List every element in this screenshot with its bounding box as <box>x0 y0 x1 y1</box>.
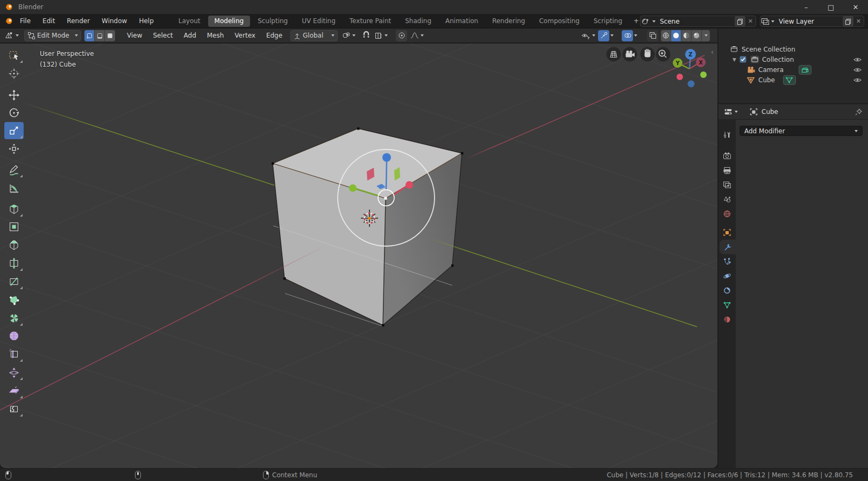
gizmo-x-handle[interactable] <box>405 181 413 189</box>
visibility-dropdown[interactable] <box>581 32 595 40</box>
tool-move[interactable] <box>4 87 24 104</box>
menu-window[interactable]: Window <box>96 14 133 28</box>
tool-spin[interactable] <box>4 310 24 327</box>
menu-view[interactable]: View <box>122 28 147 43</box>
wireframe-shading-button[interactable] <box>661 30 671 41</box>
outliner-item-collection[interactable]: ▼ Collection <box>732 54 867 64</box>
material-shading-button[interactable] <box>681 30 692 41</box>
outliner-item-scene-collection[interactable]: Scene Collection <box>730 44 865 54</box>
tool-smooth[interactable] <box>4 327 24 344</box>
tool-bevel[interactable] <box>4 236 24 254</box>
menu-edit[interactable]: Edit <box>37 14 61 28</box>
tab-output[interactable] <box>718 163 736 177</box>
outliner-item-camera[interactable]: Camera <box>746 64 865 75</box>
face-select-button[interactable] <box>105 30 115 41</box>
tab-layout[interactable]: Layout <box>172 16 207 27</box>
tab-constraints[interactable] <box>718 283 736 298</box>
pivot-point-dropdown[interactable] <box>342 31 355 40</box>
app-menu-icon[interactable] <box>4 17 14 25</box>
menu-select[interactable]: Select <box>147 28 178 43</box>
properties-editor-selector[interactable] <box>724 108 738 116</box>
remove-view-layer-button[interactable]: ✕ <box>853 18 864 25</box>
gizmo-z-handle[interactable] <box>382 153 391 162</box>
scene-selector[interactable]: Scene ✕ <box>640 16 756 27</box>
new-view-layer-button[interactable] <box>843 16 853 26</box>
new-scene-button[interactable] <box>735 16 745 26</box>
tool-poly-build[interactable] <box>4 291 24 308</box>
shading-dropdown[interactable] <box>702 30 710 41</box>
solid-shading-button[interactable] <box>671 30 681 41</box>
hide-cube-eye-icon[interactable] <box>853 77 862 83</box>
show-gizmo-toggle[interactable] <box>598 30 609 41</box>
maximize-button[interactable]: □ <box>819 0 843 14</box>
view-layer-selector[interactable]: View Layer ✕ <box>760 16 864 27</box>
tab-object-data[interactable] <box>718 298 736 312</box>
unlink-scene-button[interactable]: ✕ <box>745 18 756 25</box>
mode-dropdown[interactable]: Edit Mode <box>24 30 81 41</box>
axis-neg-x-ball[interactable] <box>677 74 683 80</box>
perspective-toggle-button[interactable] <box>607 47 621 62</box>
show-overlays-toggle[interactable] <box>622 30 633 41</box>
tool-knife[interactable] <box>4 273 24 290</box>
selected-vertex[interactable] <box>385 197 387 200</box>
tab-particles[interactable] <box>718 254 736 269</box>
tab-shading[interactable]: Shading <box>399 16 438 27</box>
menu-render[interactable]: Render <box>61 14 96 28</box>
menu-file[interactable]: File <box>14 14 37 28</box>
chevron-down-icon[interactable] <box>610 34 614 37</box>
snap-toggle[interactable] <box>361 30 371 41</box>
zoom-view-button[interactable] <box>656 47 671 62</box>
tab-animation[interactable]: Animation <box>439 16 485 27</box>
tool-loop-cut[interactable] <box>4 255 24 272</box>
tab-tool[interactable] <box>718 127 736 142</box>
menu-vertex[interactable]: Vertex <box>229 28 261 43</box>
transform-orientation-dropdown[interactable]: Global <box>290 30 338 41</box>
snap-settings-dropdown[interactable] <box>374 32 388 40</box>
hide-camera-eye-icon[interactable] <box>853 67 862 73</box>
mesh-data-icon[interactable] <box>783 75 796 85</box>
sidebar-collapse-arrow[interactable]: ‹ <box>711 48 714 56</box>
tool-rip-region[interactable] <box>4 400 24 418</box>
tab-view-layer[interactable] <box>718 177 736 192</box>
tab-scene[interactable] <box>718 192 736 206</box>
menu-help[interactable]: Help <box>133 14 159 28</box>
gizmo-y-handle[interactable] <box>349 184 357 192</box>
proportional-falloff-dropdown[interactable] <box>410 32 424 39</box>
edge-select-button[interactable] <box>95 30 105 41</box>
tool-shrink-fatten[interactable] <box>4 364 24 381</box>
minimize-button[interactable]: – <box>794 0 819 14</box>
tool-measure[interactable] <box>4 180 24 197</box>
tool-select-box[interactable] <box>4 47 24 64</box>
tab-texture-paint[interactable]: Texture Paint <box>343 16 397 27</box>
tab-uv-editing[interactable]: UV Editing <box>295 16 342 27</box>
menu-add[interactable]: Add <box>179 28 202 43</box>
proportional-editing-toggle[interactable] <box>396 30 407 41</box>
disclosure-triangle-icon[interactable]: ▼ <box>732 57 736 62</box>
cube-mesh[interactable] <box>272 127 464 327</box>
close-button[interactable]: ✕ <box>843 0 868 14</box>
tab-sculpting[interactable]: Sculpting <box>251 16 294 27</box>
tool-scale[interactable] <box>4 122 24 139</box>
editor-type-selector[interactable] <box>4 31 19 40</box>
tab-rendering[interactable]: Rendering <box>486 16 531 27</box>
viewport-3d[interactable]: Z Y X ‹ User Perspective (132) Cube <box>0 44 717 468</box>
tool-edge-slide[interactable] <box>4 346 24 363</box>
menu-mesh[interactable]: Mesh <box>202 28 230 43</box>
menu-edge[interactable]: Edge <box>261 28 288 43</box>
chevron-down-icon[interactable] <box>634 34 637 37</box>
tool-shear[interactable] <box>4 382 24 399</box>
add-modifier-button[interactable]: Add Modifier <box>739 126 863 136</box>
axis-neg-z-ball[interactable] <box>688 81 695 88</box>
tool-inset-faces[interactable] <box>4 218 24 235</box>
camera-data-icon[interactable] <box>799 65 812 75</box>
tab-modeling[interactable]: Modeling <box>208 16 251 27</box>
axis-neg-y-ball[interactable] <box>700 71 707 78</box>
checkbox-checked[interactable] <box>739 56 747 63</box>
tool-extrude-region[interactable] <box>4 200 24 218</box>
vertex-select-button[interactable] <box>84 30 95 41</box>
outliner-item-cube[interactable]: Cube <box>746 75 865 85</box>
pin-icon[interactable] <box>855 108 863 116</box>
axis-nav-gizmo[interactable]: Z Y X <box>673 49 707 88</box>
tool-annotate[interactable] <box>4 161 24 178</box>
tab-object[interactable] <box>718 225 736 240</box>
